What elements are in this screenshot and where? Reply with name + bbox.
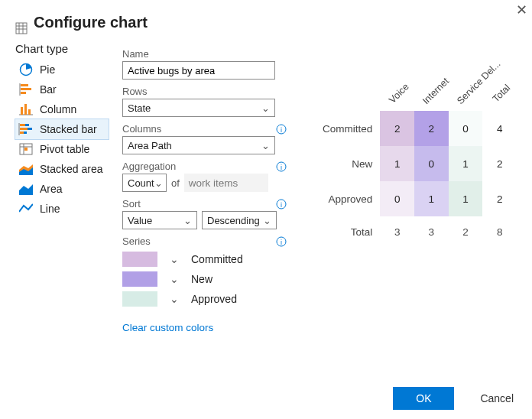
- cancel-button[interactable]: Cancel: [477, 388, 517, 409]
- row-header: Total: [316, 216, 380, 247]
- cell: 3: [414, 216, 449, 247]
- dialog-title: Configure chart: [34, 14, 148, 31]
- info-icon[interactable]: i: [276, 236, 287, 247]
- chevron-down-icon[interactable]: ⌄: [170, 293, 179, 305]
- svg-rect-24: [24, 148, 28, 151]
- rows-select[interactable]: State ⌄: [122, 99, 275, 117]
- aggregation-value: Count: [128, 177, 154, 189]
- chart-type-column[interactable]: Column: [15, 99, 109, 119]
- chevron-down-icon[interactable]: ⌄: [170, 273, 179, 285]
- series-item-approved[interactable]: ⌄ Approved: [122, 291, 287, 307]
- pivot-table-icon: [18, 143, 34, 155]
- cell: 0: [380, 181, 414, 216]
- cell: 4: [482, 111, 517, 146]
- close-icon[interactable]: ✕: [516, 2, 527, 18]
- svg-rect-19: [20, 132, 24, 134]
- chart-type-label: Area: [40, 183, 63, 195]
- sort-field-select[interactable]: Value ⌄: [122, 211, 197, 229]
- series-item-committed[interactable]: ⌄ Committed: [122, 252, 287, 267]
- ok-button[interactable]: OK: [393, 387, 454, 410]
- row-header: Approved: [316, 181, 380, 216]
- svg-rect-12: [24, 104, 27, 115]
- chevron-down-icon: ⌄: [263, 215, 271, 226]
- configure-chart-dialog: ✕ Configure chart Chart type Pie Bar Col…: [0, 0, 532, 419]
- chart-type-pie[interactable]: Pie: [15, 60, 109, 80]
- aggregation-select[interactable]: Count ⌄: [122, 174, 167, 192]
- chart-type-label: Bar: [40, 83, 57, 96]
- sort-direction-select[interactable]: Descending ⌄: [202, 211, 277, 229]
- sort-field-value: Value: [128, 215, 152, 226]
- chevron-down-icon: ⌄: [183, 215, 192, 226]
- col-header: Voice: [386, 80, 412, 106]
- svg-rect-0: [16, 23, 27, 34]
- color-swatch[interactable]: [122, 252, 157, 267]
- bar-icon: [18, 83, 34, 96]
- columns-label: Columns: [122, 123, 161, 135]
- svg-rect-18: [28, 128, 32, 130]
- chevron-down-icon: ⌄: [154, 177, 163, 189]
- chart-type-heading: Chart type: [15, 42, 109, 55]
- series-label: Series: [122, 235, 151, 247]
- info-icon[interactable]: i: [276, 124, 287, 135]
- cell: 1: [449, 181, 483, 216]
- svg-rect-8: [21, 88, 31, 90]
- table-row: New 1 0 1 2: [316, 146, 517, 181]
- chart-type-pivot-table[interactable]: Pivot table: [15, 139, 109, 159]
- line-icon: [18, 203, 34, 215]
- columns-value: Area Path: [128, 140, 172, 151]
- sort-label: Sort: [122, 198, 141, 210]
- cell: 1: [449, 146, 483, 181]
- sort-direction-value: Descending: [207, 215, 260, 226]
- info-icon[interactable]: i: [276, 199, 287, 210]
- series-label-text: Approved: [191, 293, 237, 305]
- color-swatch[interactable]: [122, 291, 157, 307]
- chart-type-list: Chart type Pie Bar Column Stacked bar Pi…: [15, 42, 109, 333]
- cell: 3: [380, 216, 414, 247]
- color-swatch[interactable]: [122, 271, 157, 287]
- aggregation-label: Aggregation: [122, 161, 176, 172]
- row-header: Committed: [316, 111, 380, 146]
- clear-custom-colors-link[interactable]: Clear custom colors: [122, 322, 213, 333]
- col-header: Total: [488, 80, 514, 106]
- info-icon[interactable]: i: [276, 161, 287, 172]
- svg-rect-11: [21, 107, 23, 115]
- chart-type-label: Stacked area: [40, 163, 103, 175]
- cell: 1: [380, 146, 414, 181]
- svg-marker-27: [19, 184, 33, 195]
- chart-grid-icon: [15, 22, 28, 34]
- of-label: of: [171, 177, 180, 189]
- chart-config-form: Name Rows State ⌄ Columns i Area Path ⌄ …: [122, 42, 287, 333]
- svg-rect-16: [25, 124, 29, 126]
- row-header: New: [316, 146, 380, 181]
- stacked-bar-icon: [18, 123, 34, 135]
- chart-type-label: Line: [40, 203, 60, 215]
- table-row: Committed 2 2 0 4: [316, 111, 517, 146]
- stacked-area-icon: [18, 163, 34, 175]
- table-row: Total 3 3 2 8: [316, 216, 517, 247]
- cell: 2: [482, 181, 517, 216]
- chart-name-input[interactable]: [122, 61, 275, 80]
- chart-type-area[interactable]: Area: [15, 179, 109, 199]
- chart-type-label: Stacked bar: [40, 123, 97, 135]
- area-icon: [18, 183, 34, 195]
- preview-table: Voice Internet Service Del... Total Comm…: [316, 65, 517, 247]
- svg-rect-7: [21, 84, 28, 86]
- series-item-new[interactable]: ⌄ New: [122, 271, 287, 287]
- col-header: Internet: [420, 80, 446, 106]
- chevron-down-icon[interactable]: ⌄: [170, 253, 179, 265]
- svg-rect-13: [28, 109, 31, 115]
- col-header: Service Del...: [455, 80, 481, 106]
- chart-type-line[interactable]: Line: [15, 199, 109, 219]
- chart-type-label: Column: [40, 103, 76, 115]
- chart-type-bar[interactable]: Bar: [15, 80, 109, 99]
- series-label-text: New: [191, 273, 212, 285]
- name-label: Name: [122, 48, 149, 60]
- svg-rect-9: [21, 92, 26, 94]
- columns-select[interactable]: Area Path ⌄: [122, 136, 275, 154]
- chart-preview: Voice Internet Service Del... Total Comm…: [300, 42, 517, 333]
- column-icon: [18, 103, 34, 115]
- chart-type-stacked-bar[interactable]: Stacked bar: [15, 119, 109, 139]
- chart-type-label: Pivot table: [40, 143, 89, 155]
- svg-rect-17: [20, 128, 28, 130]
- chart-type-stacked-area[interactable]: Stacked area: [15, 159, 109, 179]
